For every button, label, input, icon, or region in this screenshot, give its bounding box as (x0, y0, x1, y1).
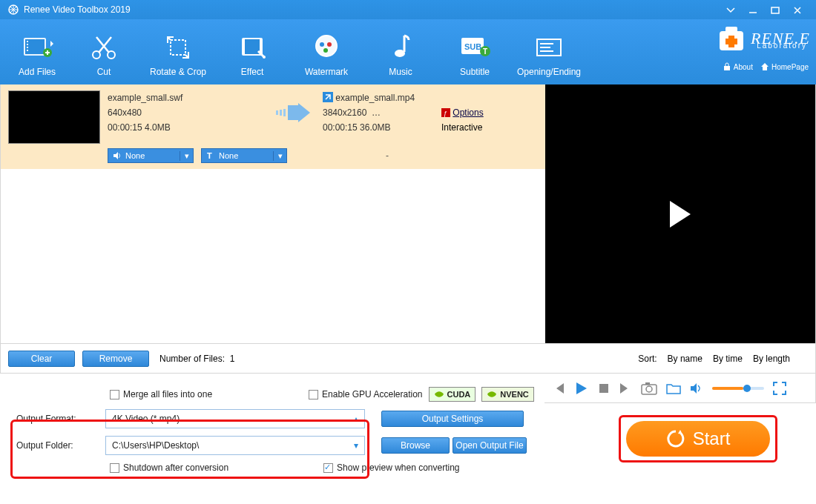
svg-text:SUB: SUB (464, 42, 481, 51)
chevron-up-icon: ▴ (354, 414, 358, 424)
svg-rect-2 (771, 7, 779, 13)
cuda-badge: CUDA (429, 387, 476, 402)
output-format-dropdown[interactable]: 4K Video (*.mp4) ▴ (105, 409, 365, 428)
flash-icon: ƒ (441, 108, 450, 117)
audio-pill-label: None (125, 151, 145, 160)
toolbar-watermark[interactable]: Watermark (289, 31, 363, 77)
shutdown-checkbox[interactable]: Shutdown after conversion (110, 462, 228, 473)
toolbar-label: Opening/Ending (512, 67, 586, 77)
toolbar-cut[interactable]: Cut (67, 31, 141, 77)
window-minimize-button[interactable] (742, 4, 764, 15)
file-type-icon (323, 92, 333, 102)
svg-rect-8 (27, 50, 28, 51)
file-list: example_small.swf 640x480 00:00:15 4.0MB… (1, 84, 545, 343)
subtitle-icon: SUBT (438, 31, 512, 64)
window-maximize-button[interactable] (764, 4, 786, 15)
convert-arrow-icon (271, 90, 315, 135)
homepage-label: HomePage (771, 63, 809, 71)
refresh-icon (666, 429, 685, 448)
svg-point-22 (323, 48, 328, 53)
source-resolution: 640x480 (108, 105, 263, 120)
file-thumbnail (8, 90, 100, 144)
merge-label: Merge all files into one (123, 389, 212, 399)
start-label: Start (693, 428, 731, 449)
audio-track-dropdown[interactable]: None ▾ (108, 148, 194, 163)
music-icon (363, 31, 438, 64)
source-filename: example_small.swf (108, 90, 263, 105)
toolbar-label: Rotate & Crop (141, 67, 215, 77)
destination-filename: example_small.mp4 (335, 93, 415, 103)
main-toolbar: Add Files Cut Rotate & Crop Effect Water… (0, 19, 816, 84)
sort-by-length[interactable]: By length (753, 354, 790, 364)
home-icon (760, 62, 769, 71)
sort-by-name[interactable]: By name (668, 354, 703, 364)
toolbar-opening-ending[interactable]: Opening/Ending (512, 31, 586, 77)
svg-point-17 (263, 56, 266, 59)
show-preview-checkbox[interactable]: Show preview when converting (323, 462, 459, 473)
open-output-file-button[interactable]: Open Output File (453, 437, 527, 454)
window-dropdown-button[interactable] (720, 4, 742, 15)
source-info: example_small.swf 640x480 00:00:15 4.0MB (108, 90, 263, 135)
brand-block: RENE.E Laboratory (715, 22, 810, 55)
clear-button[interactable]: Clear (8, 351, 75, 367)
source-size: 4.0MB (145, 122, 171, 133)
about-link[interactable]: About (723, 62, 753, 71)
svg-point-20 (320, 42, 324, 47)
svg-rect-5 (27, 41, 28, 42)
toolbar-add-files[interactable]: Add Files (7, 31, 67, 77)
shutdown-label: Shutdown after conversion (123, 462, 228, 473)
text-icon: T (206, 151, 215, 160)
cut-icon (67, 31, 141, 64)
video-preview (545, 84, 815, 343)
merge-files-checkbox[interactable]: Merge all files into one (110, 389, 212, 399)
watermark-icon (289, 31, 363, 64)
output-folder-dropdown[interactable]: C:\Users\HP\Desktop\ ▾ (105, 436, 365, 455)
svg-rect-36 (724, 66, 730, 70)
effect-icon (215, 31, 289, 64)
nvidia-eye-icon (487, 390, 497, 399)
svg-rect-6 (27, 44, 28, 45)
app-logo-icon (7, 4, 19, 16)
svg-rect-37 (276, 110, 278, 115)
sort-by-time[interactable]: By time (713, 354, 743, 364)
speaker-icon (113, 151, 122, 160)
svg-text:T: T (207, 151, 212, 160)
toolbar-subtitle[interactable]: SUBT Subtitle (438, 31, 512, 77)
window-close-button[interactable] (786, 4, 809, 15)
destination-resolution: 3840x2160 (323, 107, 366, 118)
output-folder-label: Output Folder: (10, 440, 105, 451)
lock-icon (723, 62, 731, 71)
options-link[interactable]: Options (453, 107, 483, 118)
gpu-label: Enable GPU Acceleration (322, 389, 422, 399)
homepage-link[interactable]: HomePage (760, 62, 809, 71)
preview-play-button[interactable] (670, 201, 691, 228)
rotate-crop-icon (141, 31, 215, 64)
interactive-label: Interactive (441, 120, 484, 135)
toolbar-label: Cut (67, 67, 141, 77)
app-title: Renee Video Toolbox 2019 (24, 4, 131, 15)
chevron-down-icon: ▾ (354, 440, 358, 451)
toolbar-label: Music (363, 67, 438, 77)
nvenc-badge: NVENC (481, 387, 534, 402)
remove-button[interactable]: Remove (82, 351, 149, 367)
sort-label: Sort: (638, 354, 657, 364)
output-settings-button[interactable]: Output Settings (381, 411, 524, 427)
source-duration: 00:00:15 (108, 122, 142, 133)
toolbar-label: Add Files (7, 67, 67, 77)
subtitle-track-dropdown[interactable]: TNone ▾ (201, 148, 287, 163)
browse-button[interactable]: Browse (381, 437, 450, 454)
svg-rect-38 (280, 110, 282, 116)
gpu-accel-checkbox[interactable]: Enable GPU Acceleration (309, 389, 422, 399)
chevron-down-icon: ▾ (273, 151, 286, 161)
start-button[interactable]: Start (626, 421, 770, 457)
toolbar-label: Effect (215, 67, 289, 77)
toolbar-music[interactable]: Music (363, 31, 438, 77)
add-files-icon (7, 31, 67, 64)
output-folder-value: C:\Users\HP\Desktop\ (112, 440, 199, 451)
nvidia-eye-icon (434, 390, 444, 399)
list-action-bar: Clear Remove Number of Files: 1 Sort: By… (0, 344, 816, 374)
toolbar-rotate-crop[interactable]: Rotate & Crop (141, 31, 215, 77)
toolbar-effect[interactable]: Effect (215, 31, 289, 77)
file-row[interactable]: example_small.swf 640x480 00:00:15 4.0MB… (1, 84, 545, 169)
file-count-label: Number of Files: (159, 354, 225, 364)
